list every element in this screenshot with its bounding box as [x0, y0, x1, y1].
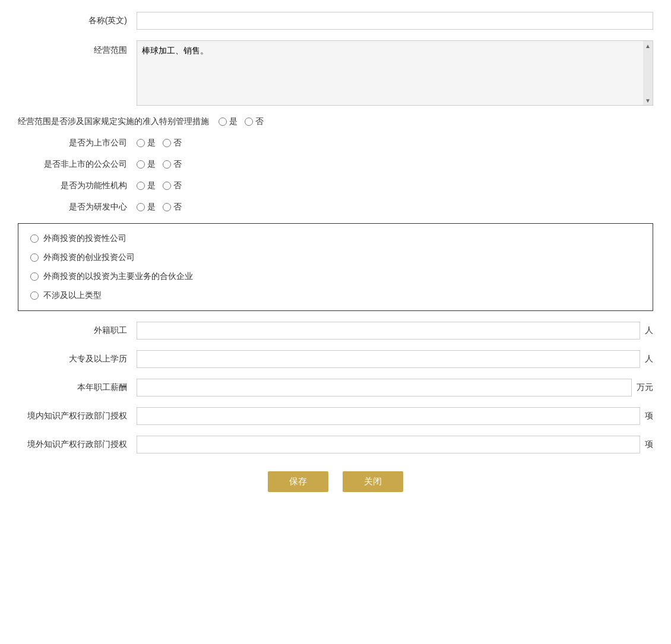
business-scope-textarea[interactable]: 棒球加工、销售。: [137, 41, 653, 105]
domestic-ip-unit: 项: [645, 411, 653, 421]
special-mgmt-label: 经营范围是否涉及国家规定实施的准入特别管理措施: [18, 116, 219, 127]
annual-salary-row: 本年职工薪酬 万元: [18, 379, 653, 396]
investment-radio-3[interactable]: [30, 291, 39, 300]
rd-radio-group: 是 否: [137, 202, 182, 212]
functional-yes-radio[interactable]: [137, 182, 145, 190]
special-mgmt-row: 经营范围是否涉及国家规定实施的准入特别管理措施 是 否: [18, 116, 653, 127]
english-name-input[interactable]: [137, 12, 653, 30]
public-no-item[interactable]: 否: [163, 159, 182, 170]
investment-radio-0[interactable]: [30, 234, 39, 243]
domestic-ip-label: 境内知识产权行政部门授权: [18, 411, 137, 421]
public-no-label[interactable]: 否: [173, 159, 182, 170]
investment-type-box: 外商投资的投资性公司 外商投资的创业投资公司 外商投资的以投资为主要业务的合伙企…: [18, 223, 653, 311]
rd-center-label: 是否为研发中心: [18, 202, 137, 212]
investment-label-1: 外商投资的创业投资公司: [43, 252, 135, 263]
special-mgmt-no-item[interactable]: 否: [245, 116, 264, 127]
rd-yes-item[interactable]: 是: [137, 202, 156, 212]
special-mgmt-yes-label[interactable]: 是: [229, 116, 238, 127]
rd-no-label[interactable]: 否: [173, 202, 182, 212]
investment-option-0[interactable]: 外商投资的投资性公司: [30, 233, 641, 244]
button-row: 保存 关闭: [18, 471, 653, 492]
public-yes-label[interactable]: 是: [147, 159, 156, 170]
annual-salary-label: 本年职工薪酬: [18, 382, 137, 393]
foreign-staff-input[interactable]: [137, 322, 640, 340]
listed-company-label: 是否为上市公司: [18, 138, 137, 148]
rd-center-row: 是否为研发中心 是 否: [18, 202, 653, 212]
rd-no-item[interactable]: 否: [163, 202, 182, 212]
functional-yes-item[interactable]: 是: [137, 180, 156, 191]
functional-radio-group: 是 否: [137, 180, 182, 191]
functional-no-radio[interactable]: [163, 182, 171, 190]
college-edu-unit: 人: [645, 354, 653, 364]
annual-salary-input[interactable]: [137, 379, 632, 396]
public-company-row: 是否非上市的公众公司 是 否: [18, 159, 653, 170]
overseas-ip-input[interactable]: [137, 436, 640, 453]
investment-option-2[interactable]: 外商投资的以投资为主要业务的合伙企业: [30, 271, 641, 282]
functional-org-label: 是否为功能性机构: [18, 180, 137, 191]
investment-radio-1[interactable]: [30, 253, 39, 262]
listed-yes-item[interactable]: 是: [137, 138, 156, 148]
rd-yes-label[interactable]: 是: [147, 202, 156, 212]
listed-no-label[interactable]: 否: [173, 138, 182, 148]
listed-yes-radio[interactable]: [137, 139, 145, 147]
investment-radio-2[interactable]: [30, 272, 39, 281]
public-radio-group: 是 否: [137, 159, 182, 170]
scrollbar-down[interactable]: ▼: [644, 96, 652, 105]
overseas-ip-unit: 项: [645, 439, 653, 450]
rd-no-radio[interactable]: [163, 203, 171, 211]
functional-no-label[interactable]: 否: [173, 180, 182, 191]
foreign-staff-unit: 人: [645, 325, 653, 336]
annual-salary-unit: 万元: [637, 382, 653, 393]
listed-yes-label[interactable]: 是: [147, 138, 156, 148]
public-company-label: 是否非上市的公众公司: [18, 159, 137, 170]
listed-no-item[interactable]: 否: [163, 138, 182, 148]
public-no-radio[interactable]: [163, 160, 171, 169]
listed-company-row: 是否为上市公司 是 否: [18, 138, 653, 148]
domestic-ip-input[interactable]: [137, 407, 640, 425]
domestic-ip-row: 境内知识产权行政部门授权 项: [18, 407, 653, 425]
listed-no-radio[interactable]: [163, 139, 171, 147]
scrollbar: ▲ ▼: [643, 41, 653, 105]
scrollbar-up[interactable]: ▲: [644, 41, 652, 50]
college-edu-row: 大专及以上学历 人: [18, 350, 653, 368]
overseas-ip-label: 境外知识产权行政部门授权: [18, 439, 137, 450]
business-scope-row: 经营范围 棒球加工、销售。 ▲ ▼: [18, 40, 653, 106]
investment-option-1[interactable]: 外商投资的创业投资公司: [30, 252, 641, 263]
college-edu-label: 大专及以上学历: [18, 354, 137, 364]
college-edu-input[interactable]: [137, 350, 640, 368]
foreign-staff-row: 外籍职工 人: [18, 322, 653, 340]
rd-yes-radio[interactable]: [137, 203, 145, 211]
special-mgmt-no-label[interactable]: 否: [255, 116, 264, 127]
functional-yes-label[interactable]: 是: [147, 180, 156, 191]
listed-radio-group: 是 否: [137, 138, 182, 148]
public-yes-item[interactable]: 是: [137, 159, 156, 170]
overseas-ip-row: 境外知识产权行政部门授权 项: [18, 436, 653, 453]
special-mgmt-no-radio[interactable]: [245, 118, 253, 126]
investment-option-3[interactable]: 不涉及以上类型: [30, 290, 641, 301]
english-name-row: 各称(英文): [18, 12, 653, 30]
functional-org-row: 是否为功能性机构 是 否: [18, 180, 653, 191]
english-name-label: 各称(英文): [18, 15, 137, 26]
public-yes-radio[interactable]: [137, 160, 145, 169]
business-scope-label: 经营范围: [18, 40, 137, 56]
investment-label-0: 外商投资的投资性公司: [43, 233, 126, 244]
foreign-staff-label: 外籍职工: [18, 325, 137, 336]
investment-label-2: 外商投资的以投资为主要业务的合伙企业: [43, 271, 193, 282]
investment-label-3: 不涉及以上类型: [43, 290, 102, 301]
special-mgmt-yes-item[interactable]: 是: [219, 116, 238, 127]
close-button[interactable]: 关闭: [343, 471, 403, 492]
special-mgmt-radio-group: 是 否: [219, 116, 264, 127]
save-button[interactable]: 保存: [268, 471, 328, 492]
business-scope-wrapper: 棒球加工、销售。 ▲ ▼: [137, 40, 653, 106]
functional-no-item[interactable]: 否: [163, 180, 182, 191]
special-mgmt-yes-radio[interactable]: [219, 118, 227, 126]
